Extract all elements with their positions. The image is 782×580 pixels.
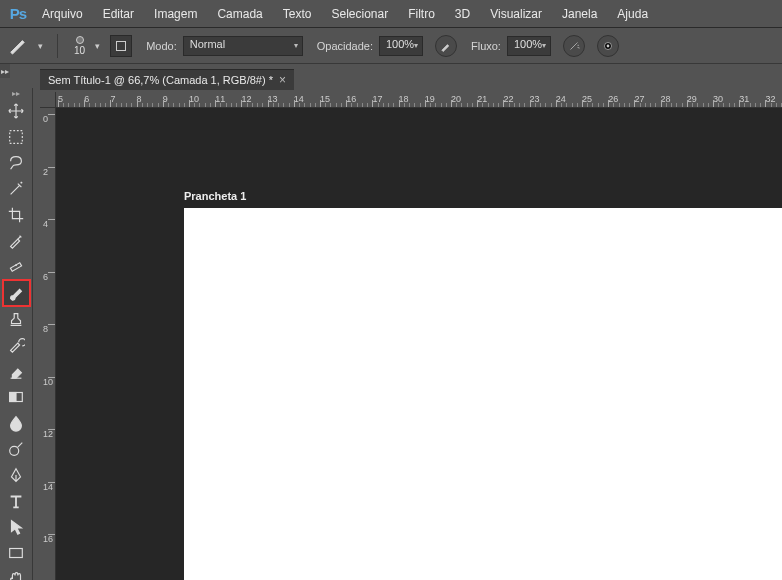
menu-selecionar[interactable]: Selecionar [321,3,398,25]
document-tab[interactable]: Sem Título-1 @ 66,7% (Camada 1, RGB/8#) … [40,69,294,90]
brush-dropdown-icon[interactable]: ▾ [91,41,104,51]
brush-preset-picker[interactable]: 10 [74,36,85,56]
move-tool[interactable] [3,98,30,124]
dodge-tool[interactable] [3,436,30,462]
ruler-tick: 0 [43,114,48,124]
brush-tool[interactable] [3,280,30,306]
chevron-down-icon: ▾ [542,41,546,50]
app-logo: Ps [4,3,32,25]
tool-preset-dropdown-icon[interactable]: ▾ [34,41,47,51]
brush-panel-toggle[interactable] [110,35,132,57]
menu-editar[interactable]: Editar [93,3,144,25]
hand-tool[interactable] [3,566,30,580]
flow-label: Fluxo: [471,40,501,52]
current-tool-icon[interactable] [6,35,28,57]
tool-palette-grip-icon[interactable]: ▸▸ [0,88,33,98]
wand-tool[interactable] [3,176,30,202]
ruler-horizontal[interactable]: 5678910111213141516171819202122232425262… [56,92,782,108]
crop-tool[interactable] [3,202,30,228]
close-tab-icon[interactable]: × [279,73,286,87]
ruler-tick: 12 [43,429,53,439]
menu-visualizar[interactable]: Visualizar [480,3,552,25]
flow-value: 100% [514,38,542,50]
pressure-size-toggle[interactable] [597,35,619,57]
ruler-tick: 2 [43,167,48,177]
gradient-tool[interactable] [3,384,30,410]
menu-imagem[interactable]: Imagem [144,3,207,25]
ruler-vertical[interactable]: 0246810121416 [40,108,56,580]
svg-point-6 [10,446,19,455]
svg-point-1 [607,44,610,47]
menu-filtro[interactable]: Filtro [398,3,445,25]
flow-field[interactable]: 100% ▾ [507,36,551,56]
ruler-tick: 16 [43,534,53,544]
ruler-tick: 6 [43,272,48,282]
blend-mode-dropdown[interactable]: Normal ▾ [183,36,303,56]
app-logo-text: Ps [10,5,26,22]
blur-tool[interactable] [3,410,30,436]
svg-rect-2 [10,131,23,144]
opacity-label: Opacidade: [317,40,373,52]
ruler-tick: 8 [43,324,48,334]
menu-ajuda[interactable]: Ajuda [607,3,658,25]
mode-label: Modo: [146,40,177,52]
document-tab-title: Sem Título-1 @ 66,7% (Camada 1, RGB/8#) … [48,74,273,86]
brush-dot-icon [76,36,84,44]
opacity-value: 100% [386,38,414,50]
pressure-opacity-toggle[interactable] [435,35,457,57]
history-brush-tool[interactable] [3,332,30,358]
ruler-tick: 10 [43,377,53,387]
path-select-tool[interactable] [3,514,30,540]
marquee-tool[interactable] [3,124,30,150]
rectangle-tool[interactable] [3,540,30,566]
artboard-canvas[interactable] [184,208,782,580]
airbrush-toggle[interactable] [563,35,585,57]
eyedropper-tool[interactable] [3,228,30,254]
menu-camada[interactable]: Camada [207,3,272,25]
type-tool[interactable] [3,488,30,514]
canvas-background[interactable]: Prancheta 1 [56,108,782,580]
work-area: 5678910111213141516171819202122232425262… [40,92,782,580]
menu-3d[interactable]: 3D [445,3,480,25]
chevron-down-icon: ▾ [414,41,418,50]
ruler-corner [40,92,56,108]
panel-collapse-icon[interactable]: ▸▸ [0,64,10,78]
ruler-tick: 4 [43,219,48,229]
svg-rect-5 [10,393,16,402]
blend-mode-value: Normal [190,38,225,50]
tool-palette: ▸▸ [0,88,33,580]
chevron-down-icon: ▾ [294,41,298,50]
artboard-label[interactable]: Prancheta 1 [184,190,246,202]
eraser-tool[interactable] [3,358,30,384]
pen-tool[interactable] [3,462,30,488]
svg-rect-3 [10,263,21,272]
svg-rect-7 [10,549,23,558]
lasso-tool[interactable] [3,150,30,176]
healing-tool[interactable] [3,254,30,280]
divider [57,34,58,58]
menubar: Ps Arquivo Editar Imagem Camada Texto Se… [0,0,782,28]
stamp-tool[interactable] [3,306,30,332]
document-tab-row: Sem Título-1 @ 66,7% (Camada 1, RGB/8#) … [40,68,294,90]
ruler-tick: 14 [43,482,53,492]
optionsbar: ▾ 10 ▾ Modo: Normal ▾ Opacidade: 100% ▾ … [0,28,782,64]
menu-janela[interactable]: Janela [552,3,607,25]
menu-arquivo[interactable]: Arquivo [32,3,93,25]
opacity-field[interactable]: 100% ▾ [379,36,423,56]
brush-size-value: 10 [74,45,85,56]
menu-texto[interactable]: Texto [273,3,322,25]
